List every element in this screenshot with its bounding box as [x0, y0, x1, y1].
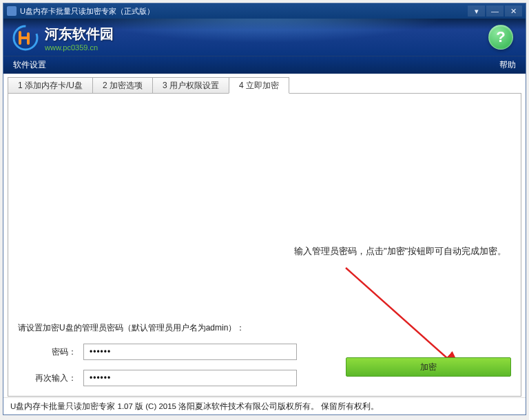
form-area: 请设置加密U盘的管理员密码（默认管理员用户名为admin）： 密码： 再次输入：…	[18, 322, 511, 386]
form-title: 请设置加密U盘的管理员密码（默认管理员用户名为admin）：	[18, 322, 511, 334]
menubar: 软件设置 帮助	[3, 56, 526, 74]
tab-user-permissions[interactable]: 3 用户权限设置	[152, 77, 229, 94]
confirm-input[interactable]	[83, 370, 297, 386]
minimize-button[interactable]: —	[486, 6, 504, 17]
help-icon[interactable]: ?	[488, 25, 513, 50]
password-label: 密码：	[18, 346, 83, 358]
confirm-label: 再次输入：	[18, 372, 83, 384]
logo-icon	[12, 24, 39, 52]
app-window: U盘内存卡批量只读加密专家（正式版） ▾ — ✕ 河东软件园 www.pc035…	[3, 3, 526, 415]
logo-url: www.pc0359.cn	[45, 43, 114, 52]
tab-encrypt-now[interactable]: 4 立即加密	[229, 77, 289, 94]
content-area: 1 添加内存卡/U盘 2 加密选项 3 用户权限设置 4 立即加密 输入管理员密…	[3, 74, 526, 397]
tabs: 1 添加内存卡/U盘 2 加密选项 3 用户权限设置 4 立即加密	[8, 77, 521, 94]
header-banner: 河东软件园 www.pc0359.cn ?	[3, 19, 526, 56]
app-icon	[7, 6, 17, 16]
encrypt-button[interactable]: 加密	[346, 357, 511, 377]
tab-panel: 输入管理员密码，点击"加密"按钮即可自动完成加密。 请设置加密U盘的管理员密码（…	[8, 93, 521, 397]
tab-add-device[interactable]: 1 添加内存卡/U盘	[8, 77, 93, 94]
close-button[interactable]: ✕	[505, 6, 522, 17]
statusbar: U盘内存卡批量只读加密专家 1.07 版 (C) 2015 洛阳夏冰软件技术有限…	[3, 397, 526, 414]
annotation-text: 输入管理员密码，点击"加密"按钮即可自动完成加密。	[294, 245, 506, 258]
logo-area: 河东软件园 www.pc0359.cn	[12, 24, 114, 52]
titlebar-text: U盘内存卡批量只读加密专家（正式版）	[20, 6, 468, 17]
titlebar: U盘内存卡批量只读加密专家（正式版） ▾ — ✕	[3, 3, 526, 19]
dropdown-button[interactable]: ▾	[468, 6, 485, 17]
menu-settings[interactable]: 软件设置	[13, 59, 46, 71]
statusbar-text: U盘内存卡批量只读加密专家 1.07 版 (C) 2015 洛阳夏冰软件技术有限…	[10, 401, 379, 412]
logo-title: 河东软件园	[45, 25, 114, 43]
password-input[interactable]	[83, 344, 297, 360]
tab-encrypt-options[interactable]: 2 加密选项	[92, 77, 153, 94]
menu-help[interactable]: 帮助	[499, 59, 516, 71]
